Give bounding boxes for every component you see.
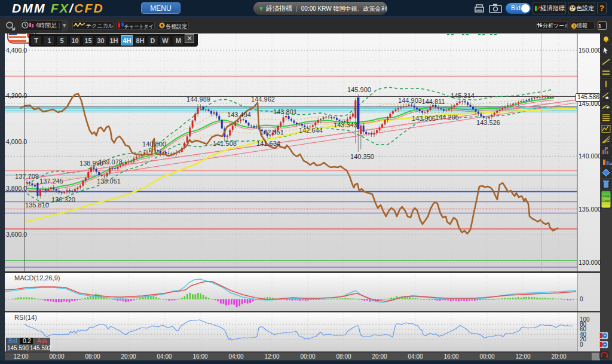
svg-text:137.709: 137.709 — [15, 173, 39, 180]
svg-text:RSI(14): RSI(14) — [14, 314, 37, 321]
svg-text:0: 0 — [580, 341, 583, 348]
svg-text:Bid: Bid — [8, 338, 17, 344]
svg-text:144.903: 144.903 — [398, 97, 422, 104]
svg-text:144.811: 144.811 — [422, 98, 445, 105]
svg-text:144.205: 144.205 — [435, 114, 459, 121]
svg-text:4,000.0: 4,000.0 — [6, 138, 27, 145]
svg-text:143.343: 143.343 — [333, 121, 357, 129]
svg-text:135.000: 135.000 — [579, 206, 601, 213]
svg-text:145.314: 145.314 — [451, 92, 475, 99]
svg-text:00:00: 00:00 — [300, 353, 315, 360]
svg-text:140.350: 140.350 — [350, 153, 374, 160]
svg-text:144.989: 144.989 — [186, 96, 210, 103]
svg-text:10: 10 — [604, 146, 608, 150]
svg-text:00:00: 00:00 — [49, 353, 64, 360]
svg-text:138.051: 138.051 — [97, 178, 121, 185]
svg-text:143.494: 143.494 — [227, 111, 251, 118]
svg-text:150.000: 150.000 — [579, 47, 601, 54]
svg-text:130.000: 130.000 — [579, 259, 601, 266]
svg-text:143.526: 143.526 — [476, 119, 500, 126]
svg-text:20:00: 20:00 — [121, 353, 136, 360]
svg-text:12:00: 12:00 — [13, 353, 28, 360]
svg-text:16:00: 16:00 — [443, 353, 458, 360]
svg-text:4,200.0: 4,200.0 — [6, 92, 27, 99]
svg-text:12:00: 12:00 — [515, 353, 530, 360]
svg-text:00:00: 00:00 — [479, 353, 494, 360]
svg-text:141.508: 141.508 — [213, 140, 237, 147]
svg-text:16:00: 16:00 — [192, 353, 207, 360]
svg-text:140.000: 140.000 — [579, 152, 601, 160]
svg-text:145.590: 145.590 — [7, 345, 29, 351]
svg-text:135.810: 135.810 — [25, 201, 49, 209]
svg-text:4,400.0: 4,400.0 — [6, 47, 27, 54]
svg-text:04:00: 04:00 — [228, 353, 243, 360]
svg-text:143.906: 143.906 — [412, 115, 436, 122]
svg-text:12:00: 12:00 — [264, 353, 279, 360]
svg-text:142.644: 142.644 — [299, 127, 323, 134]
svg-text:04:00: 04:00 — [157, 353, 172, 360]
svg-text:0: 0 — [580, 296, 583, 302]
svg-text:20:00: 20:00 — [372, 353, 387, 360]
svg-text:04:00: 04:00 — [408, 353, 423, 360]
svg-text:08:00: 08:00 — [336, 353, 351, 360]
svg-text:137.245: 137.245 — [39, 178, 63, 185]
svg-text:Line: Line — [602, 194, 610, 198]
svg-text:3,600.0: 3,600.0 — [6, 231, 27, 238]
svg-text:139.078: 139.078 — [99, 158, 123, 166]
svg-text:141.634: 141.634 — [256, 140, 280, 147]
svg-text:0.2: 0.2 — [23, 338, 31, 344]
svg-text:−: − — [604, 342, 607, 347]
svg-text:Ask: Ask — [37, 338, 48, 344]
svg-text:142.551: 142.551 — [260, 129, 284, 136]
svg-text:144.962: 144.962 — [251, 96, 275, 103]
svg-text:20:00: 20:00 — [551, 353, 566, 360]
svg-text:145.900: 145.900 — [347, 86, 371, 93]
svg-text:+: + — [604, 333, 607, 338]
svg-text:143.801: 143.801 — [273, 108, 297, 115]
svg-text:3,800.0: 3,800.0 — [6, 185, 27, 192]
svg-text:136.320: 136.320 — [51, 196, 75, 203]
svg-text:08:00: 08:00 — [85, 353, 100, 360]
svg-text:145.592: 145.592 — [30, 345, 52, 351]
svg-text:Color: Color — [602, 199, 610, 203]
svg-text:MACD(12,26,9): MACD(12,26,9) — [14, 274, 60, 282]
svg-text:140.800: 140.800 — [142, 140, 166, 148]
svg-text:145.586: 145.586 — [577, 94, 599, 100]
svg-text:10: 10 — [609, 162, 612, 166]
